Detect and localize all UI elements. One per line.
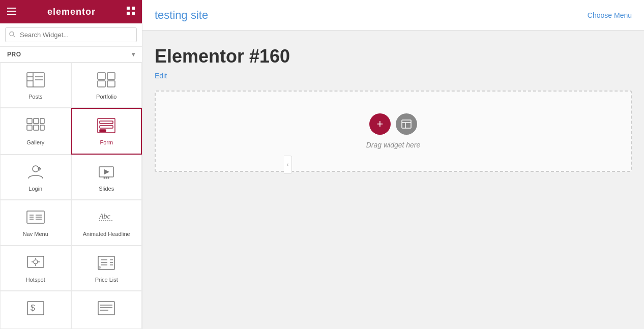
drag-hint: Drag widget here	[366, 141, 421, 149]
widget-portfolio[interactable]: Portfolio	[71, 63, 142, 108]
hotspot-icon	[26, 255, 45, 273]
svg-text:$: $	[31, 304, 35, 312]
site-title: testing site	[155, 9, 208, 22]
widget-login[interactable]: Login	[0, 155, 71, 200]
main-canvas: ‹ testing site Choose Menu Elementor #16…	[142, 0, 644, 329]
sidebar: elementor PRO ▾	[0, 0, 142, 329]
svg-rect-5	[127, 12, 130, 15]
hotspot-label: Hotspot	[26, 276, 45, 283]
svg-rect-20	[34, 118, 39, 124]
svg-rect-2	[7, 14, 16, 15]
widget-animated-headline[interactable]: Abc Animated Headline	[71, 200, 142, 245]
svg-rect-61	[27, 302, 44, 315]
widget-11[interactable]: $	[0, 291, 71, 329]
sidebar-header: elementor	[0, 0, 142, 23]
animated-headline-label: Animated Headline	[83, 230, 130, 237]
svg-text:$: $	[99, 265, 101, 269]
price-list-label: Price List	[95, 276, 118, 283]
choose-menu-button[interactable]: Choose Menu	[588, 11, 632, 19]
svg-rect-0	[7, 8, 16, 9]
svg-point-36	[106, 177, 107, 178]
drop-zone[interactable]: + Drag widget here	[155, 91, 632, 172]
svg-rect-28	[100, 130, 106, 132]
login-label: Login	[28, 185, 42, 192]
search-bar	[0, 23, 142, 47]
collapse-sidebar-handle[interactable]: ‹	[284, 156, 292, 174]
posts-label: Posts	[28, 93, 43, 100]
top-bar: testing site Choose Menu	[142, 0, 644, 31]
form-icon	[97, 118, 115, 136]
hamburger-icon[interactable]	[7, 7, 16, 17]
svg-rect-4	[132, 7, 135, 10]
edit-link[interactable]: Edit	[155, 72, 167, 80]
svg-point-37	[108, 177, 109, 178]
svg-rect-19	[27, 118, 32, 124]
posts-icon	[26, 72, 45, 90]
page-header-section: Elementor #160 Edit	[155, 46, 632, 80]
category-row[interactable]: PRO ▾	[0, 47, 142, 63]
svg-point-7	[10, 32, 14, 36]
price-list-icon: $	[97, 255, 115, 273]
widget-slides[interactable]: Slides	[71, 155, 142, 200]
svg-rect-6	[132, 12, 135, 15]
widget-price-list[interactable]: $ Price List	[71, 246, 142, 291]
svg-rect-21	[40, 118, 44, 124]
svg-rect-63	[98, 302, 114, 315]
grid-icon[interactable]	[127, 7, 135, 17]
svg-point-48	[34, 260, 38, 264]
chevron-down-icon: ▾	[132, 51, 135, 58]
canvas-area: Elementor #160 Edit + Drag widget here	[142, 31, 644, 329]
svg-rect-23	[34, 125, 39, 130]
widget-posts[interactable]: Posts	[0, 63, 71, 108]
widget-form[interactable]: Form	[71, 108, 142, 154]
svg-rect-22	[27, 125, 32, 130]
form-label: Form	[100, 139, 113, 146]
nav-menu-label: Nav Menu	[23, 230, 48, 237]
elementor-logo: elementor	[47, 7, 96, 17]
page-title: Elementor #160	[155, 46, 632, 67]
widget-nav-menu[interactable]: Nav Menu	[0, 200, 71, 245]
svg-point-35	[104, 177, 105, 178]
widget-12-icon	[97, 301, 115, 318]
svg-marker-34	[104, 169, 109, 174]
drop-zone-actions: +	[369, 113, 417, 135]
add-widget-button[interactable]: +	[369, 113, 391, 135]
svg-rect-16	[107, 73, 115, 79]
search-input[interactable]	[5, 27, 137, 42]
widgets-grid: Posts Portfolio	[0, 63, 142, 329]
login-icon	[26, 164, 45, 182]
svg-rect-27	[100, 126, 113, 128]
svg-rect-24	[40, 125, 44, 130]
portfolio-label: Portfolio	[96, 93, 116, 100]
svg-rect-26	[100, 121, 113, 124]
svg-rect-67	[402, 120, 411, 128]
widget-12[interactable]	[71, 291, 142, 329]
animated-headline-icon: Abc	[97, 210, 115, 227]
slides-icon	[97, 164, 115, 182]
svg-text:Abc: Abc	[99, 213, 111, 220]
svg-rect-18	[107, 81, 115, 87]
svg-rect-3	[127, 7, 130, 10]
svg-rect-1	[7, 11, 16, 12]
nav-menu-icon	[26, 210, 45, 227]
search-icon	[9, 31, 15, 39]
svg-line-8	[14, 36, 15, 37]
portfolio-icon	[97, 72, 115, 90]
gallery-icon	[26, 118, 45, 136]
svg-rect-15	[98, 73, 105, 79]
category-label: PRO	[7, 51, 21, 58]
widget-11-icon: $	[26, 301, 45, 318]
svg-rect-17	[98, 81, 105, 87]
slides-label: Slides	[99, 185, 114, 192]
add-template-button[interactable]	[396, 113, 417, 135]
gallery-label: Gallery	[26, 139, 44, 146]
widget-hotspot[interactable]: Hotspot	[0, 246, 71, 291]
widget-gallery[interactable]: Gallery	[0, 108, 71, 154]
